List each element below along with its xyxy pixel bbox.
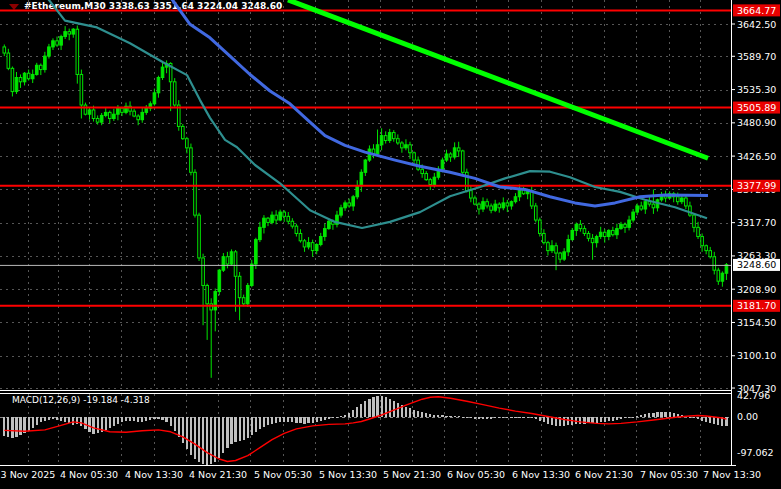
macd-bar — [600, 417, 602, 422]
macd-bar — [486, 417, 488, 419]
macd-bar — [320, 417, 322, 421]
macd-bar — [129, 417, 131, 421]
candle-body — [348, 203, 351, 206]
candle-body — [685, 198, 688, 206]
candle-body — [319, 237, 322, 245]
candle-body — [555, 246, 558, 253]
candle-body — [620, 224, 623, 228]
macd-bar — [547, 417, 549, 424]
macd-bar — [381, 396, 383, 417]
candle-body — [413, 153, 416, 160]
candle-body — [100, 115, 103, 122]
candle-body — [506, 203, 509, 206]
macd-bar — [72, 417, 74, 425]
candle-body — [104, 112, 107, 115]
candle-body — [238, 276, 241, 297]
candle-body — [575, 224, 578, 230]
candle-body — [15, 78, 18, 92]
candle-body — [35, 65, 38, 74]
candle-body — [340, 208, 343, 215]
macd-bar — [255, 417, 257, 432]
macd-bar — [409, 408, 411, 417]
time-axis-label: 7 Nov 13:30 — [703, 469, 761, 480]
macd-bar — [458, 416, 460, 417]
time-axis-label: 4 Nov 13:30 — [125, 469, 183, 480]
candle-body — [291, 221, 294, 226]
macd-bar — [397, 403, 399, 417]
candle-body — [474, 198, 477, 204]
time-axis-label: 6 Nov 05:30 — [447, 469, 505, 480]
candle-body — [271, 215, 274, 222]
candle-body — [425, 174, 428, 180]
macd-bar — [348, 413, 350, 417]
macd-bar — [141, 417, 143, 422]
macd-bar — [494, 417, 496, 418]
candle-body — [11, 68, 14, 91]
macd-bar — [190, 417, 192, 455]
macd-bar — [616, 417, 618, 420]
macd-axis[interactable]: 42.7960.00-97.062 — [737, 390, 774, 458]
descending-trendline — [288, 0, 708, 158]
candle-body — [551, 246, 554, 251]
price-tick-label: 3100.10 — [737, 350, 776, 361]
macd-bar — [52, 417, 54, 419]
macd-bar — [693, 417, 695, 418]
candle-body — [591, 238, 594, 242]
macd-bar — [239, 417, 241, 441]
macd-bar — [279, 417, 281, 422]
candle-body — [681, 198, 684, 202]
time-axis-label: 6 Nov 13:30 — [512, 469, 570, 480]
macd-bar — [624, 417, 626, 418]
macd-bar — [368, 399, 370, 417]
candle-body — [161, 67, 164, 77]
macd-bar — [7, 417, 9, 437]
candle-body — [84, 105, 87, 114]
candle-body — [563, 252, 566, 259]
candle-body — [295, 226, 298, 233]
candle-body — [76, 29, 79, 74]
candle-body — [218, 270, 221, 291]
macd-bar — [445, 416, 447, 417]
candle-body — [137, 116, 140, 120]
macd-bar — [527, 417, 529, 418]
candle-body — [360, 172, 363, 185]
time-axis[interactable]: 3 Nov 20254 Nov 05:304 Nov 13:304 Nov 21… — [1, 469, 761, 480]
candle-body — [583, 229, 586, 234]
macd-bar — [178, 417, 180, 437]
candle-body — [121, 108, 124, 112]
candle-body — [429, 180, 432, 185]
candle-body — [579, 224, 582, 228]
macd-bar — [449, 416, 451, 417]
macd-bar — [64, 417, 66, 422]
macd-bar — [182, 417, 184, 443]
macd-pane[interactable] — [3, 396, 727, 465]
candle-body — [113, 114, 116, 118]
macd-axis-label: 42.796 — [737, 390, 770, 401]
candle-body — [246, 285, 249, 303]
macd-bar — [437, 415, 439, 417]
macd-bar — [28, 417, 30, 431]
candle-body — [478, 204, 481, 209]
time-axis-label: 7 Nov 05:30 — [640, 469, 698, 480]
macd-bar — [376, 396, 378, 417]
macd-bar — [11, 417, 13, 438]
time-axis-label: 5 Nov 13:30 — [319, 469, 377, 480]
candle-body — [206, 285, 209, 303]
macd-bar — [19, 417, 21, 435]
price-chart-canvas[interactable]: 3642.503589.703535.303480.903426.503372.… — [0, 0, 781, 489]
macd-bar — [15, 417, 17, 437]
price-level-badge-label: 3377.99 — [737, 180, 776, 191]
candle-body — [384, 136, 387, 141]
candle-body — [470, 191, 473, 198]
candle-body — [603, 232, 606, 236]
macd-histogram — [3, 396, 727, 465]
price-level-badge-label: 3505.89 — [737, 102, 776, 113]
candle-body — [190, 148, 193, 172]
macd-bar — [328, 417, 330, 419]
macd-bar — [170, 417, 172, 426]
candle-body — [31, 74, 34, 78]
macd-axis-label: -97.062 — [737, 447, 774, 458]
candle-body — [725, 265, 728, 274]
candle-body — [173, 82, 176, 105]
price-axis[interactable]: 3642.503589.703535.303480.903426.503372.… — [731, 4, 780, 393]
